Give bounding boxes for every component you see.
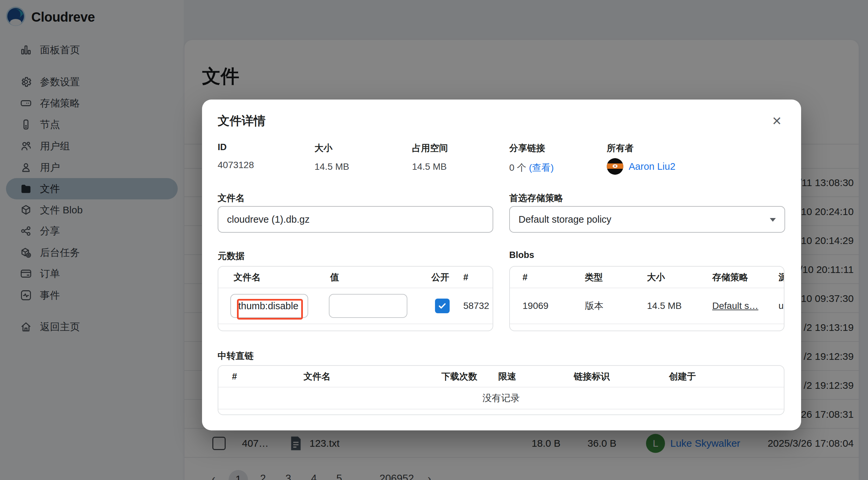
metadata-id-cell: 58732 [463,301,489,311]
stat-share-links: 分享链接 0 个 (查看) [509,142,554,174]
filename-input[interactable] [218,206,493,233]
blob-id-cell: 19069 [523,301,549,311]
blob-size-cell: 14.5 MB [647,301,682,311]
blobs-table: # 类型 大小 存储策略 源 19069 版本 14.5 MB Default … [509,266,784,331]
direct-links-table: # 文件名 下载次数 限速 链接标识 创建于 没有记录 [218,365,784,415]
direct-links-label: 中转直链 [218,350,254,362]
policy-label: 首选存储策略 [509,192,563,204]
chevron-down-icon [770,218,776,222]
metadata-header: 文件名 值 公开 # [218,267,493,288]
modal-title: 文件详情 [218,113,266,129]
stat-id: ID 4073128 [218,142,254,171]
blobs-row[interactable]: 19069 版本 14.5 MB Default s… u [510,288,784,324]
close-icon[interactable]: ✕ [768,112,786,130]
metadata-row: 58732 [218,288,493,324]
file-details-modal: 文件详情 ✕ ID 4073128 大小 14.5 MB 占用空间 14.5 M… [202,99,801,430]
empty-state-text: 没有记录 [218,392,784,404]
blob-policy-link[interactable]: Default s… [712,301,758,311]
policy-select[interactable]: Default storage policy [509,206,785,233]
stat-owner: 所有者 Aaron Liu2 [607,142,675,175]
blobs-label: Blobs [509,250,534,260]
blobs-header: # 类型 大小 存储策略 源 [510,267,784,288]
public-checkbox-checked[interactable] [435,299,450,313]
metadata-value-input[interactable] [329,294,407,318]
owner-link[interactable]: Aaron Liu2 [629,161,675,172]
blob-type-cell: 版本 [585,300,603,312]
stat-used-space: 占用空间 14.5 MB [412,142,448,172]
blob-source-cell-clipped: u [778,301,784,311]
direct-links-header: # 文件名 下载次数 限速 链接标识 创建于 [218,366,784,387]
share-count: 0 个 [509,162,529,173]
metadata-label: 元数据 [218,250,245,262]
view-shares-link[interactable]: (查看) [529,162,554,173]
metadata-table: 文件名 值 公开 # 58732 [218,266,493,331]
owner-avatar [607,158,623,175]
metadata-name-input[interactable] [230,294,308,318]
cloudreve-admin-screen: Cloudreve 面板首页 参数设置 存储策略 节点 [0,0,868,480]
stat-size: 大小 14.5 MB [314,142,349,172]
filename-label: 文件名 [218,192,245,204]
direct-links-empty-row: 没有记录 [218,387,784,410]
